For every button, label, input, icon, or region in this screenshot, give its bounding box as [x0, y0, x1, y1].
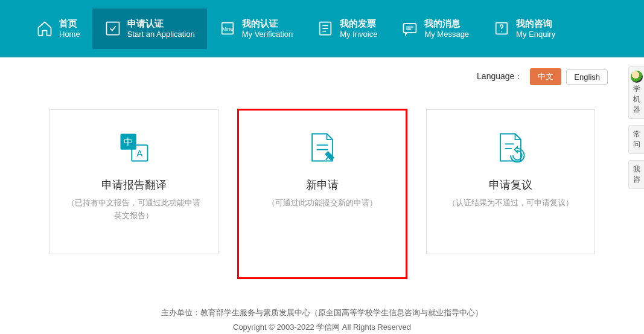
svg-point-11 [501, 31, 502, 32]
badge-icon: Mine [219, 20, 236, 37]
svg-text:Mine: Mine [222, 27, 233, 32]
nav-application[interactable]: 申请认证 Start an Application [92, 8, 207, 48]
card-reconsideration[interactable]: 申请复议 （认证结果为不通过，可申请复议） [426, 109, 595, 254]
top-nav: 首页 Home 申请认证 Start an Application Mine 我… [0, 0, 644, 57]
nav-label-en: My Invoice [340, 30, 377, 40]
nav-invoice[interactable]: 我的发票 My Invoice [305, 8, 389, 48]
nav-label-cn: 我的咨询 [516, 18, 555, 30]
nav-label-cn: 我的消息 [424, 18, 469, 30]
nav-home[interactable]: 首页 Home [24, 8, 92, 48]
nav-label-cn: 申请认证 [127, 18, 195, 30]
card-title: 新申请 [306, 178, 339, 192]
home-icon [36, 20, 53, 37]
nav-label-cn: 首页 [59, 18, 80, 30]
checkbox-icon [104, 20, 121, 37]
nav-label-en: My Verification [242, 30, 293, 40]
svg-text:A: A [136, 148, 142, 158]
nav-label-en: Home [59, 30, 80, 40]
card-desc: （可通过此功能提交新的申请） [253, 197, 392, 210]
message-icon [401, 20, 418, 37]
card-title: 申请复议 [489, 178, 532, 192]
language-label: Language： [477, 71, 523, 82]
new-doc-icon [303, 128, 342, 167]
nav-label-en: My Enquiry [516, 30, 555, 40]
nav-message[interactable]: 我的消息 My Message [389, 8, 481, 48]
card-title: 申请报告翻译 [101, 178, 167, 192]
footer-line2: Copyright © 2003-2022 学信网 All Rights Res… [0, 320, 644, 334]
nav-label-cn: 我的发票 [340, 18, 377, 30]
svg-rect-0 [106, 22, 119, 35]
card-new-application[interactable]: 新申请 （可通过此功能提交新的申请） [238, 109, 407, 278]
side-faq[interactable]: 常问 [628, 125, 644, 154]
nav-verification[interactable]: Mine 我的认证 My Verification [207, 8, 305, 48]
invoice-icon [317, 20, 334, 37]
cards-row: 中A 申请报告翻译 （已持有中文报告，可通过此功能申请英文报告） 新申请 （可通… [0, 109, 644, 278]
footer-line1: 主办单位：教育部学生服务与素质发展中心（原全国高等学校学生信息咨询与就业指导中心… [0, 306, 644, 320]
footer: 主办单位：教育部学生服务与素质发展中心（原全国高等学校学生信息咨询与就业指导中心… [0, 300, 644, 334]
nav-label-en: Start an Application [127, 30, 195, 40]
nav-label-cn: 我的认证 [242, 18, 293, 30]
svg-rect-7 [404, 24, 416, 33]
card-desc: （认证结果为不通过，可申请复议） [433, 197, 588, 210]
side-dock: 学机器 常问 我咨 [628, 66, 644, 189]
side-consult[interactable]: 我咨 [628, 160, 644, 189]
redo-doc-icon [491, 128, 530, 167]
nav-enquiry[interactable]: 我的咨询 My Enquiry [481, 8, 567, 48]
lang-cn-button[interactable]: 中文 [530, 68, 561, 85]
card-desc: （已持有中文报告，可通过此功能申请英文报告） [50, 197, 218, 222]
bot-avatar-icon [631, 71, 643, 83]
lang-en-button[interactable]: English [566, 69, 608, 85]
translate-icon: 中A [115, 128, 153, 167]
side-bot[interactable]: 学机器 [628, 66, 644, 119]
nav-label-en: My Message [424, 30, 469, 40]
language-bar: Language： 中文 English [0, 57, 644, 91]
question-icon [493, 20, 510, 37]
card-translation[interactable]: 中A 申请报告翻译 （已持有中文报告，可通过此功能申请英文报告） [49, 109, 218, 254]
